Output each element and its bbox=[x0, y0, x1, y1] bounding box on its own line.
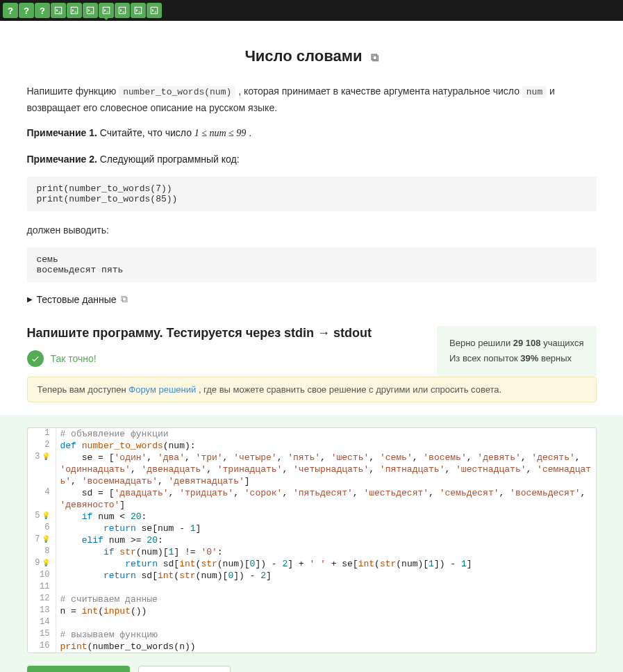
forum-note: Теперь вам доступен Форум решений , где … bbox=[27, 377, 597, 402]
step-tab-code[interactable] bbox=[99, 3, 114, 18]
line-gutter: 6 bbox=[28, 523, 56, 532]
code-content[interactable] bbox=[56, 617, 596, 629]
line-gutter: 16 bbox=[28, 641, 56, 650]
line-gutter: 15 bbox=[28, 629, 56, 639]
code-content[interactable]: se = ['один', 'два', 'три', 'четыре', 'п… bbox=[56, 452, 596, 487]
code-content[interactable]: return sd[int(str(num)[0]) - 2] bbox=[56, 570, 596, 582]
line-number: 10 bbox=[40, 570, 49, 580]
code-content[interactable]: # считываем данные bbox=[56, 593, 596, 605]
editor-line[interactable]: 12# считываем данные bbox=[28, 593, 596, 605]
forum-link[interactable]: Форум решений bbox=[128, 384, 196, 395]
terminal-icon bbox=[117, 6, 127, 15]
editor-line[interactable]: 7💡 elif num >= 20: bbox=[28, 534, 596, 546]
step-tab-code[interactable] bbox=[115, 3, 130, 18]
step-tab-question[interactable]: ? bbox=[3, 3, 18, 18]
note-2: Примечание 2. Следующий программный код: bbox=[27, 151, 597, 167]
editor-line[interactable]: 3💡 se = ['один', 'два', 'три', 'четыре',… bbox=[28, 452, 596, 487]
forum-pre: Теперь вам доступен bbox=[38, 384, 129, 395]
code-editor[interactable]: 1# объявление функции2def number_to_word… bbox=[27, 427, 597, 653]
line-number: 4 bbox=[44, 487, 49, 497]
code-content[interactable]: if num < 20: bbox=[56, 511, 596, 523]
stats-rate-pct: 39% bbox=[520, 353, 538, 363]
line-gutter: 11 bbox=[28, 582, 56, 591]
example-output: семь восемьдесят пять bbox=[27, 247, 597, 282]
copy-icon[interactable]: ⧉ bbox=[121, 293, 128, 305]
line-number: 9 bbox=[35, 558, 40, 568]
expand-triangle-icon: ▶ bbox=[27, 295, 33, 303]
note-2-label: Примечание 2. bbox=[27, 154, 97, 165]
terminal-icon bbox=[101, 6, 111, 15]
note-1-text: Считайте, что число bbox=[100, 127, 194, 138]
correct-text: Так точно! bbox=[51, 353, 97, 364]
bulb-icon: 💡 bbox=[42, 452, 50, 461]
editor-line[interactable]: 11 bbox=[28, 582, 596, 593]
terminal-icon bbox=[133, 6, 143, 15]
line-number: 6 bbox=[44, 523, 49, 532]
retry-button[interactable]: Решить снова bbox=[138, 666, 231, 672]
line-gutter: 10 bbox=[28, 570, 56, 580]
page-title: Число словами ⧉ bbox=[27, 47, 597, 65]
line-gutter: 3💡 bbox=[28, 452, 56, 461]
correct-indicator: Так точно! bbox=[27, 350, 424, 367]
line-number: 5 bbox=[35, 511, 40, 521]
bulb-icon: 💡 bbox=[42, 535, 50, 543]
should-output-label: должен выводить: bbox=[27, 222, 597, 238]
top-step-bar: ??? bbox=[0, 0, 623, 21]
stats-rate-post: верных bbox=[538, 353, 572, 363]
next-step-button[interactable]: Следующий шаг bbox=[27, 666, 131, 672]
test-data-expander[interactable]: ▶ Тестовые данные ⧉ bbox=[27, 293, 597, 305]
line-number: 2 bbox=[44, 440, 49, 450]
step-tab-question[interactable]: ? bbox=[19, 3, 34, 18]
step-tab-code[interactable] bbox=[83, 3, 98, 18]
editor-line[interactable]: 9💡 return sd[int(str(num)[0]) - 2] + ' '… bbox=[28, 558, 596, 570]
copy-icon[interactable]: ⧉ bbox=[371, 51, 379, 63]
line-gutter: 7💡 bbox=[28, 534, 56, 544]
editor-line[interactable]: 15# вызываем функцию bbox=[28, 629, 596, 641]
code-content[interactable]: n = int(input()) bbox=[56, 605, 596, 617]
step-tab-code[interactable] bbox=[147, 3, 162, 18]
terminal-icon bbox=[85, 6, 95, 15]
terminal-icon bbox=[69, 6, 79, 15]
solution-panel: 1# объявление функции2def number_to_word… bbox=[0, 415, 623, 672]
note-2-text: Следующий программный код: bbox=[100, 154, 240, 165]
editor-line[interactable]: 13n = int(input()) bbox=[28, 605, 596, 617]
editor-line[interactable]: 8 if str(num)[1] != '0': bbox=[28, 546, 596, 558]
test-data-label: Тестовые данные bbox=[37, 294, 117, 305]
step-tab-code[interactable] bbox=[131, 3, 146, 18]
code-content[interactable]: elif num >= 20: bbox=[56, 534, 596, 546]
line-number: 15 bbox=[40, 629, 49, 639]
line-gutter: 4 bbox=[28, 487, 56, 497]
line-number: 8 bbox=[44, 546, 49, 556]
editor-line[interactable]: 6 return se[num - 1] bbox=[28, 523, 596, 534]
editor-line[interactable]: 2def number_to_words(num): bbox=[28, 440, 596, 452]
code-content[interactable]: return sd[int(str(num)[0]) - 2] + ' ' + … bbox=[56, 558, 596, 570]
line-gutter: 8 bbox=[28, 546, 56, 556]
code-content[interactable]: sd = ['двадцать', 'тридцать', 'сорок', '… bbox=[56, 487, 596, 511]
step-tab-code[interactable] bbox=[67, 3, 82, 18]
bulb-icon: 💡 bbox=[42, 559, 50, 567]
step-tab-code[interactable] bbox=[51, 3, 66, 18]
code-content[interactable]: if str(num)[1] != '0': bbox=[56, 546, 596, 558]
editor-line[interactable]: 1# объявление функции bbox=[28, 428, 596, 440]
line-gutter: 12 bbox=[28, 593, 56, 603]
editor-line[interactable]: 4 sd = ['двадцать', 'тридцать', 'сорок',… bbox=[28, 487, 596, 511]
code-content[interactable]: # вызываем функцию bbox=[56, 629, 596, 641]
stats-solved-count: 29 108 bbox=[513, 338, 541, 348]
stats-rate-pre: Из всех попыток bbox=[449, 353, 520, 363]
code-content[interactable]: # объявление функции bbox=[56, 428, 596, 440]
editor-line[interactable]: 10 return sd[int(str(num)[0]) - 2] bbox=[28, 570, 596, 582]
line-number: 11 bbox=[40, 582, 49, 591]
question-icon: ? bbox=[40, 6, 45, 16]
editor-line[interactable]: 14 bbox=[28, 617, 596, 629]
code-content[interactable]: def number_to_words(num): bbox=[56, 440, 596, 452]
code-content[interactable]: print(number_to_words(n)) bbox=[56, 641, 596, 653]
code-content[interactable] bbox=[56, 582, 596, 593]
note-1-label: Примечание 1. bbox=[27, 127, 97, 138]
title-text: Число словами bbox=[244, 47, 362, 65]
editor-line[interactable]: 16print(number_to_words(n)) bbox=[28, 641, 596, 653]
question-icon: ? bbox=[8, 6, 13, 16]
step-tab-question[interactable]: ? bbox=[35, 3, 50, 18]
editor-line[interactable]: 5💡 if num < 20: bbox=[28, 511, 596, 523]
line-gutter: 9💡 bbox=[28, 558, 56, 568]
code-content[interactable]: return se[num - 1] bbox=[56, 523, 596, 534]
